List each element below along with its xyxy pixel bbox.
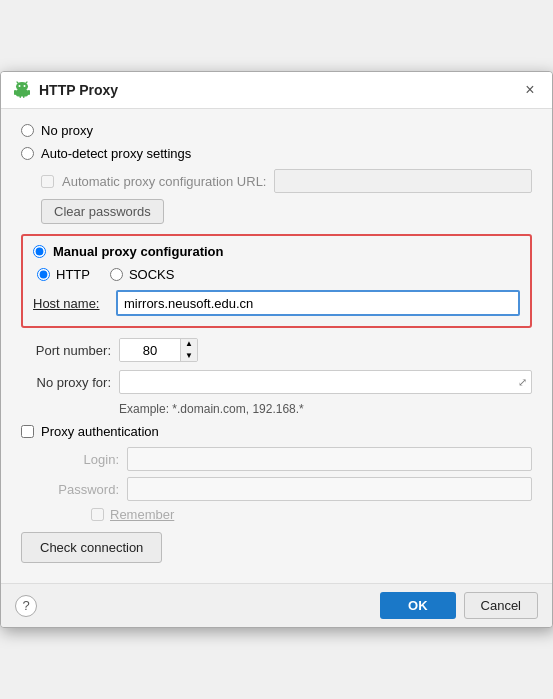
title-bar-left: HTTP Proxy xyxy=(13,81,118,99)
protocol-row: HTTP SOCKS xyxy=(37,267,520,282)
manual-proxy-box: Manual proxy configuration HTTP SOCKS Ho… xyxy=(21,234,532,328)
no-proxy-for-label: No proxy for: xyxy=(21,375,111,390)
close-button[interactable]: × xyxy=(520,80,540,100)
password-row: Password: xyxy=(51,477,532,501)
no-proxy-for-wrap: ⤢ xyxy=(119,370,532,394)
remember-checkbox[interactable] xyxy=(91,508,104,521)
port-row: Port number: ▲ ▼ xyxy=(21,338,532,362)
socks-option: SOCKS xyxy=(110,267,175,282)
password-label: Password: xyxy=(51,482,119,497)
http-label: HTTP xyxy=(56,267,90,282)
port-wrap: ▲ ▼ xyxy=(119,338,198,362)
http-option: HTTP xyxy=(37,267,90,282)
no-proxy-label: No proxy xyxy=(41,123,93,138)
auto-detect-row: Auto-detect proxy settings xyxy=(21,146,532,161)
host-name-input[interactable] xyxy=(116,290,520,316)
manual-proxy-label: Manual proxy configuration xyxy=(53,244,223,259)
ok-button[interactable]: OK xyxy=(380,592,456,619)
android-icon xyxy=(13,81,31,99)
no-proxy-row: No proxy xyxy=(21,123,532,138)
help-button[interactable]: ? xyxy=(15,595,37,617)
svg-line-4 xyxy=(26,82,28,84)
auto-config-checkbox[interactable] xyxy=(41,175,54,188)
proxy-auth-checkbox[interactable] xyxy=(21,425,34,438)
auto-detect-label: Auto-detect proxy settings xyxy=(41,146,191,161)
auto-config-url-input[interactable] xyxy=(274,169,532,193)
auto-config-url-row: Automatic proxy configuration URL: xyxy=(41,169,532,193)
title-bar: HTTP Proxy × xyxy=(1,72,552,109)
auto-config-label: Automatic proxy configuration URL: xyxy=(62,174,266,189)
proxy-auth-label: Proxy authentication xyxy=(41,424,159,439)
host-name-label: Host name: xyxy=(33,296,108,311)
expand-icon: ⤢ xyxy=(514,376,531,389)
svg-rect-5 xyxy=(16,90,28,97)
login-row: Login: xyxy=(51,447,532,471)
bottom-bar: ? OK Cancel xyxy=(1,583,552,627)
login-label: Login: xyxy=(51,452,119,467)
svg-rect-8 xyxy=(20,95,22,98)
manual-proxy-radio[interactable] xyxy=(33,245,46,258)
auto-detect-radio[interactable] xyxy=(21,147,34,160)
http-radio[interactable] xyxy=(37,268,50,281)
bottom-buttons: OK Cancel xyxy=(380,592,538,619)
example-text: Example: *.domain.com, 192.168.* xyxy=(119,402,532,416)
svg-rect-9 xyxy=(23,95,25,98)
no-proxy-for-row: No proxy for: ⤢ xyxy=(21,370,532,394)
check-connection-button[interactable]: Check connection xyxy=(21,532,162,563)
proxy-auth-row: Proxy authentication xyxy=(21,424,532,439)
port-label: Port number: xyxy=(21,343,111,358)
login-password-section: Login: Password: xyxy=(51,447,532,501)
svg-point-2 xyxy=(24,85,26,87)
http-proxy-dialog: HTTP Proxy × No proxy Auto-detect proxy … xyxy=(0,71,553,628)
no-proxy-radio[interactable] xyxy=(21,124,34,137)
socks-radio[interactable] xyxy=(110,268,123,281)
svg-rect-7 xyxy=(28,90,30,95)
port-input[interactable] xyxy=(120,339,180,361)
cancel-button[interactable]: Cancel xyxy=(464,592,538,619)
port-up-button[interactable]: ▲ xyxy=(181,338,197,350)
port-down-button[interactable]: ▼ xyxy=(181,350,197,362)
dialog-content: No proxy Auto-detect proxy settings Auto… xyxy=(1,109,552,583)
login-input[interactable] xyxy=(127,447,532,471)
manual-proxy-header: Manual proxy configuration xyxy=(33,244,520,259)
clear-passwords-button[interactable]: Clear passwords xyxy=(41,199,164,224)
remember-row: Remember xyxy=(91,507,532,522)
svg-point-1 xyxy=(19,85,21,87)
host-row: Host name: xyxy=(33,290,520,316)
remember-label: Remember xyxy=(110,507,174,522)
svg-line-3 xyxy=(17,82,19,84)
dialog-title: HTTP Proxy xyxy=(39,82,118,98)
svg-rect-6 xyxy=(14,90,16,95)
port-spin: ▲ ▼ xyxy=(180,338,197,362)
socks-label: SOCKS xyxy=(129,267,175,282)
password-input[interactable] xyxy=(127,477,532,501)
no-proxy-for-input[interactable] xyxy=(120,371,514,393)
